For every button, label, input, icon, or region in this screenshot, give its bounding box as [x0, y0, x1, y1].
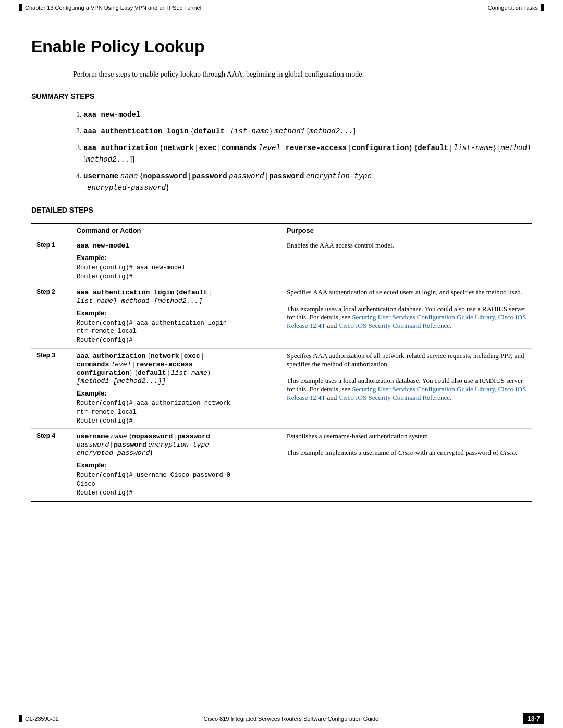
table-row: Step 1 aaa new-model Example: Router(con…: [31, 238, 532, 285]
step-1-purpose: Enables the AAA access control model.: [282, 238, 532, 285]
col-step-header: [31, 223, 71, 238]
step-1-command-text: aaa new-model: [77, 241, 276, 250]
step-1-code: Router(config)# aaa new-model Router(con…: [77, 264, 276, 281]
intro-paragraph: Perform these steps to enable policy loo…: [73, 69, 532, 80]
detailed-steps-table: Command or Action Purpose Step 1 aaa new…: [31, 223, 532, 502]
main-content: Enable Policy Lookup Perform these steps…: [0, 16, 563, 546]
step-3-purpose-main: Specifies AAA authorization of all netwo…: [287, 352, 527, 368]
step-3-code: Router(config)# aaa authorization networ…: [77, 399, 276, 425]
header-right: Configuration Tasks: [488, 4, 544, 11]
header-bar: Chapter 13 Configuring a VPN Using Easy …: [0, 0, 563, 16]
summary-heading: SUMMARY STEPS: [31, 92, 532, 101]
col-command-header: Command or Action: [71, 223, 282, 238]
header-chapter-text: Chapter 13 Configuring a VPN Using Easy …: [25, 5, 201, 11]
step-1-purpose-text: Enables the AAA access control model.: [287, 241, 394, 249]
summary-step-4: username name {nopassword | password pas…: [83, 170, 532, 193]
table-row: Step 3 aaa authorization {network | exec…: [31, 348, 532, 428]
step-2-purpose-example: This example uses a local authentication…: [287, 305, 527, 330]
footer-bar: OL-23590-02 Cisco 819 Integrated Service…: [0, 709, 563, 728]
step-2-command: aaa authentication login {default | list…: [71, 285, 282, 348]
step-2-purpose: Specifies AAA authentication of selected…: [282, 285, 532, 348]
page-number: 13-7: [523, 713, 544, 724]
footer-left: OL-23590-02: [19, 715, 59, 722]
step-4-purpose: Establishes a username-based authenticat…: [282, 429, 532, 501]
step-3-purpose-example: This example uses a local authorization …: [287, 377, 527, 402]
step-4-purpose-example: This example implements a username of Ci…: [287, 449, 527, 457]
step-3-example-label: Example:: [77, 389, 276, 397]
step-2-command-text: aaa authentication login {default | list…: [77, 288, 276, 305]
header-left-icon: [19, 4, 22, 11]
summary-step-3: aaa authorization {network | exec | comm…: [83, 142, 532, 165]
step-3-link-2[interactable]: Cisco IOS Security Command Reference: [338, 393, 450, 401]
footer-right: 13-7: [523, 713, 544, 724]
step-4-command-text: username name {nopassword | password pas…: [77, 432, 276, 457]
detailed-heading: DETAILED STEPS: [31, 206, 532, 214]
summary-step-1: aaa new-model: [83, 109, 532, 120]
header-right-icon: [541, 4, 544, 11]
step-3-label: Step 3: [31, 348, 71, 428]
step-4-purpose-main: Establishes a username-based authenticat…: [287, 432, 527, 440]
step-4-command: username name {nopassword | password pas…: [71, 429, 282, 501]
footer-center: Cisco 819 Integrated Services Routers So…: [59, 715, 523, 722]
header-section-text: Configuration Tasks: [488, 5, 538, 11]
page-title: Enable Policy Lookup: [31, 37, 532, 56]
step-3-purpose: Specifies AAA authorization of all netwo…: [282, 348, 532, 428]
footer-doc-id: OL-23590-02: [25, 715, 59, 722]
step-4-label: Step 4: [31, 429, 71, 501]
header-left: Chapter 13 Configuring a VPN Using Easy …: [19, 4, 201, 11]
footer-left-icon: [19, 715, 22, 722]
summary-steps: aaa new-model aaa authentication login {…: [73, 109, 532, 193]
table-row: Step 2 aaa authentication login {default…: [31, 285, 532, 348]
table-row: Step 4 username name {nopassword | passw…: [31, 429, 532, 501]
col-purpose-header: Purpose: [282, 223, 532, 238]
step-1-label: Step 1: [31, 238, 71, 285]
step-1-command: aaa new-model Example: Router(config)# a…: [71, 238, 282, 285]
step-2-example-label: Example:: [77, 309, 276, 317]
footer-title: Cisco 819 Integrated Services Routers So…: [204, 715, 379, 722]
step-2-label: Step 2: [31, 285, 71, 348]
step-3-command-text: aaa authorization {network | exec | comm…: [77, 352, 276, 385]
summary-step-2: aaa authentication login {default | list…: [83, 126, 532, 137]
step-4-example-label: Example:: [77, 461, 276, 469]
step-4-code: Router(config)# username Cisco password …: [77, 471, 276, 497]
step-2-purpose-main: Specifies AAA authentication of selected…: [287, 288, 527, 297]
step-1-example-label: Example:: [77, 254, 276, 262]
step-3-command: aaa authorization {network | exec | comm…: [71, 348, 282, 428]
step-2-link-2[interactable]: Cisco IOS Security Command Reference: [338, 322, 450, 329]
step-2-code: Router(config)# aaa authentication login…: [77, 319, 276, 345]
